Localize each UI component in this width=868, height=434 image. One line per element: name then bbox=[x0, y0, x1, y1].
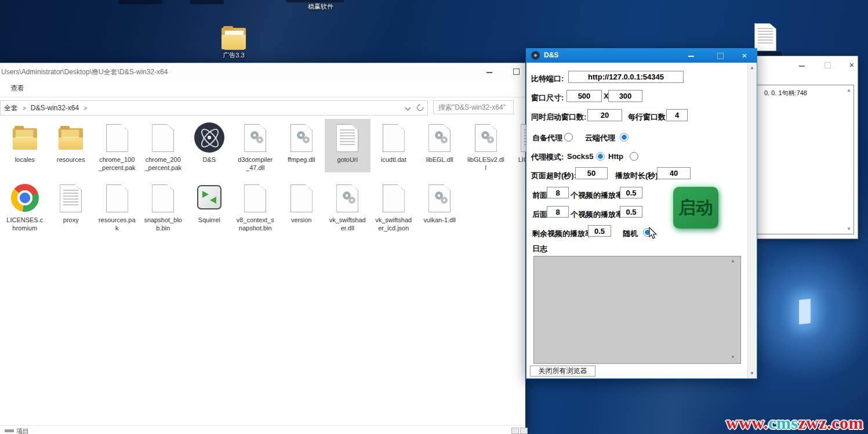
desktop-folder-ad[interactable] bbox=[220, 26, 247, 51]
page-timeout-label: 页面超时(秒): bbox=[531, 171, 576, 181]
per-row-input[interactable]: 4 bbox=[666, 109, 688, 121]
close-all-browsers-button[interactable]: 关闭所有浏览器 bbox=[530, 366, 595, 377]
file-item[interactable]: proxy bbox=[48, 179, 95, 233]
explorer-statusbar: 项目 bbox=[0, 425, 525, 434]
file-label: locales bbox=[6, 155, 44, 164]
concurrent-windows-label: 同时启动窗口数: bbox=[531, 112, 586, 122]
file-label: snapshot_blob.bin bbox=[144, 216, 182, 233]
explorer-title-path: Users\Administrator\Desktop\撸U全套\D&S-win… bbox=[1, 67, 168, 77]
text-file-icon bbox=[326, 121, 368, 155]
file-label: LICENSES.chromium bbox=[6, 216, 44, 233]
file-item[interactable]: chrome_100_percent.pak bbox=[94, 119, 140, 172]
desktop-doc-icon[interactable] bbox=[754, 23, 776, 51]
breadcrumb-folder[interactable]: 全套 bbox=[1, 103, 21, 113]
page-timeout-input[interactable]: 50 bbox=[575, 167, 608, 179]
handle-log-area[interactable]: 0. 0. 1句柄:748 ▲ ▼ bbox=[742, 85, 854, 234]
proxy-mode-label: 代理模式: bbox=[531, 152, 564, 162]
start-button[interactable]: 启动 bbox=[673, 187, 718, 229]
maximize-button[interactable] bbox=[509, 67, 523, 77]
breadcrumb[interactable]: 全套 > D&S-win32-x64 > bbox=[0, 100, 404, 115]
file-item[interactable]: D&S bbox=[186, 119, 233, 172]
own-proxy-radio[interactable] bbox=[564, 133, 573, 142]
text-file-icon bbox=[754, 23, 776, 51]
file-item[interactable]: Squirrel bbox=[186, 179, 233, 233]
front-rate-input[interactable]: 0.5 bbox=[620, 187, 642, 198]
breadcrumb-folder[interactable]: D&S-win32-x64 bbox=[27, 104, 82, 112]
file-grid-row-1: localesresourceschrome_100_percent.pakch… bbox=[2, 119, 555, 172]
scroll-up-icon[interactable]: ▲ bbox=[847, 88, 851, 93]
minimize-button[interactable] bbox=[683, 49, 699, 63]
file-item[interactable]: vulkan-1.dll bbox=[417, 179, 463, 233]
address-dropdown-button[interactable] bbox=[403, 100, 414, 115]
file-item[interactable]: ffmpeg.dll bbox=[278, 119, 325, 172]
rest-rate-input[interactable]: 0.5 bbox=[588, 225, 611, 237]
close-button[interactable]: × bbox=[845, 60, 859, 70]
file-item[interactable]: version bbox=[278, 179, 325, 233]
desktop-folder-ad-label[interactable]: 广告3.3 bbox=[212, 51, 255, 60]
scroll-down-icon[interactable]: ▼ bbox=[731, 355, 735, 360]
file-icon bbox=[96, 121, 138, 155]
back-rate-input[interactable]: 0.5 bbox=[620, 206, 642, 218]
file-label: icudtl.dat bbox=[375, 155, 413, 164]
file-item[interactable]: chrome_200_percent.pak bbox=[140, 119, 187, 172]
search-input[interactable]: 搜索"D&S-win32-x64" bbox=[433, 100, 514, 114]
dialog-title: D&S bbox=[544, 51, 558, 59]
file-item[interactable]: resources.pak bbox=[94, 179, 140, 233]
file-item[interactable]: libGLESv2.dll bbox=[463, 119, 509, 172]
menu-view[interactable]: 查看 bbox=[10, 84, 24, 93]
view-details-icon[interactable] bbox=[511, 428, 519, 434]
file-item[interactable]: v8_context_snapshot.bin bbox=[233, 179, 279, 233]
squirrel-icon bbox=[188, 182, 230, 215]
file-item[interactable]: d3dcompiler_47.dll bbox=[233, 119, 279, 172]
chrome-icon bbox=[4, 182, 46, 215]
scroll-up-icon[interactable]: ▲ bbox=[731, 259, 735, 263]
own-proxy-label: 自备代理 bbox=[532, 133, 562, 143]
back-count-input[interactable]: 8 bbox=[547, 206, 569, 218]
file-label: libEGL.dll bbox=[420, 155, 459, 164]
file-item[interactable]: libEGL.dll bbox=[417, 119, 463, 172]
concurrent-windows-input[interactable]: 20 bbox=[587, 109, 622, 121]
minimize-button[interactable] bbox=[482, 67, 496, 77]
file-item[interactable]: icudtl.dat bbox=[371, 119, 417, 172]
handle-log-line: 0. 0. 1句柄:748 bbox=[764, 89, 807, 97]
explorer-titlebar[interactable]: Users\Administrator\Desktop\撸U全套\D&S-win… bbox=[0, 63, 525, 79]
minimize-button[interactable] bbox=[795, 60, 809, 70]
close-button[interactable]: × bbox=[736, 49, 753, 63]
file-item[interactable]: resources bbox=[48, 119, 95, 172]
file-icon bbox=[373, 182, 415, 215]
desktop-icon-label[interactable]: 稳赢软件 bbox=[293, 2, 348, 11]
file-item[interactable]: vk_swiftshader.dll bbox=[325, 179, 371, 233]
maximize-button[interactable] bbox=[712, 49, 728, 63]
scroll-up-icon[interactable]: ▲ bbox=[750, 65, 754, 70]
file-label: resources.pak bbox=[98, 216, 136, 233]
file-label: vk_swiftshader_icd.json bbox=[375, 216, 413, 233]
window-height-input[interactable]: 300 bbox=[608, 90, 642, 102]
file-label: chrome_200_percent.pak bbox=[144, 155, 182, 172]
log-textarea[interactable] bbox=[533, 256, 741, 364]
play-length-input[interactable]: 40 bbox=[657, 167, 691, 179]
front-count-input[interactable]: 8 bbox=[547, 187, 569, 198]
maximize-button[interactable] bbox=[820, 60, 834, 70]
scroll-down-icon[interactable]: ▼ bbox=[750, 371, 754, 376]
file-item[interactable]: locales bbox=[2, 119, 48, 172]
window-width-input[interactable]: 500 bbox=[566, 90, 602, 102]
http-radio[interactable] bbox=[630, 152, 638, 161]
port-input[interactable]: http://127.0.0.1:54345 bbox=[568, 71, 684, 83]
file-item[interactable]: LICENSES.chromium bbox=[2, 179, 48, 233]
file-item[interactable]: snapshot_blob.bin bbox=[140, 179, 187, 233]
view-thumbnails-icon[interactable] bbox=[520, 428, 528, 434]
file-item[interactable]: gotoUrl bbox=[325, 119, 371, 172]
cloud-proxy-radio[interactable] bbox=[620, 133, 629, 142]
folder-icon bbox=[50, 121, 92, 155]
per-row-label: 每行窗口数: bbox=[628, 112, 668, 122]
socks5-radio[interactable] bbox=[596, 152, 605, 161]
dialog-titlebar[interactable]: D&S × bbox=[526, 49, 757, 63]
scroll-down-icon[interactable]: ▼ bbox=[847, 226, 851, 232]
file-item[interactable]: vk_swiftshader_icd.json bbox=[371, 179, 417, 233]
file-icon bbox=[281, 182, 322, 215]
dll-file-icon bbox=[281, 121, 322, 155]
watermark-text: zwz bbox=[798, 413, 827, 432]
dialog-scrollbar[interactable]: ▲ ▼ bbox=[747, 63, 756, 378]
watermark: www.cmszwz.com bbox=[726, 413, 863, 433]
refresh-button[interactable] bbox=[413, 100, 428, 115]
